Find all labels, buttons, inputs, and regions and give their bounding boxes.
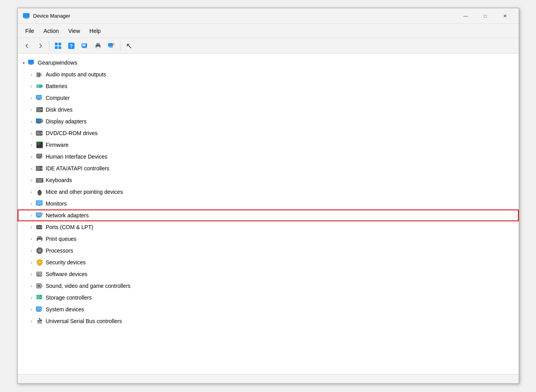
- svg-rect-87: [37, 217, 41, 218]
- chevron-system: ›: [29, 306, 35, 313]
- chevron-processors: ›: [29, 247, 35, 254]
- tree-item-ports[interactable]: › Ports (COM & LPT): [18, 221, 519, 233]
- tree-item-dvd[interactable]: › DVD/CD-ROM drives: [18, 127, 519, 139]
- menu-help[interactable]: Help: [85, 26, 105, 36]
- svg-point-136: [38, 323, 39, 324]
- dvd-label: DVD/CD-ROM drives: [46, 130, 98, 136]
- chevron-disk: ›: [29, 107, 35, 113]
- svg-rect-96: [38, 240, 42, 242]
- svg-rect-59: [37, 156, 41, 157]
- tree-item-system[interactable]: › System devices: [18, 303, 519, 315]
- dvd-icon: [36, 129, 44, 137]
- back-button[interactable]: [21, 40, 33, 52]
- svg-point-93: [41, 226, 42, 226]
- svg-point-45: [41, 132, 42, 134]
- tree-item-storage[interactable]: › Storage controllers: [18, 292, 519, 303]
- tree-item-disk[interactable]: › Disk drives: [18, 104, 519, 116]
- tree-item-ide[interactable]: › IDE ATA/ATAPI controllers: [18, 163, 519, 174]
- minimize-button[interactable]: —: [457, 10, 475, 22]
- tree-item-software[interactable]: › Software devices: [18, 268, 519, 280]
- device-manager-window: Device Manager — □ ✕ File Action View He…: [17, 8, 519, 384]
- chevron-storage: ›: [29, 294, 35, 301]
- print-icon: [36, 235, 44, 243]
- show-all-button[interactable]: [52, 40, 64, 52]
- tree-item-keyboards[interactable]: › Keyboards: [18, 174, 519, 186]
- svg-rect-15: [96, 47, 100, 49]
- ports-icon: [36, 223, 44, 231]
- menu-file[interactable]: File: [21, 26, 39, 36]
- svg-text:🔑: 🔑: [37, 260, 42, 265]
- content-area[interactable]: ▾ Gearupwindows › Au: [18, 54, 519, 374]
- svg-rect-54: [37, 145, 40, 145]
- svg-rect-69: [38, 179, 39, 179]
- firmware-label: Firmware: [46, 142, 69, 148]
- chevron-usb: ›: [29, 318, 35, 324]
- tree-item-print[interactable]: › Print queues: [18, 233, 519, 245]
- chevron-monitors: ›: [29, 201, 35, 207]
- help-button[interactable]: ?: [65, 40, 78, 52]
- ports-label: Ports (COM & LPT): [46, 224, 93, 230]
- device-manager-button[interactable]: [78, 40, 91, 52]
- system-label: System devices: [46, 306, 84, 313]
- tree-item-hid[interactable]: › Human Interface Devices: [18, 151, 519, 163]
- svg-rect-133: [40, 320, 42, 321]
- forward-button[interactable]: [34, 40, 47, 52]
- chevron-network: ›: [29, 212, 35, 219]
- svg-rect-125: [37, 295, 40, 296]
- software-label: Software devices: [46, 271, 88, 277]
- svg-rect-72: [36, 180, 38, 181]
- svg-rect-53: [40, 144, 40, 145]
- menu-bar: File Action View Help: [18, 24, 519, 38]
- svg-rect-48: [37, 143, 38, 143]
- menu-action[interactable]: Action: [39, 26, 64, 36]
- svg-rect-27: [37, 85, 39, 87]
- close-button[interactable]: ✕: [496, 10, 514, 22]
- chevron-computer: ›: [29, 95, 35, 101]
- tree-item-processors[interactable]: ›: [18, 245, 519, 257]
- maximize-button[interactable]: □: [476, 10, 494, 22]
- svg-rect-70: [40, 179, 41, 179]
- svg-rect-51: [37, 144, 38, 145]
- hid-icon: [36, 153, 44, 161]
- svg-rect-49: [38, 143, 39, 143]
- svg-rect-37: [37, 111, 40, 111]
- processor-icon: [36, 247, 44, 255]
- chevron-security: ›: [29, 259, 35, 266]
- svg-rect-4: [58, 43, 61, 45]
- svg-rect-18: [109, 47, 113, 48]
- tree-item-firmware[interactable]: › Firmware: [18, 139, 519, 151]
- tree-item-batteries[interactable]: › Batteries: [18, 80, 519, 92]
- tree-item-computer[interactable]: › Computer: [18, 92, 519, 104]
- tree-item-audio[interactable]: › Audio inputs and outputs: [18, 69, 519, 80]
- tree-item-monitors[interactable]: › Monitors: [18, 198, 519, 210]
- svg-point-90: [39, 227, 40, 228]
- svg-point-91: [40, 227, 42, 228]
- svg-rect-39: [36, 119, 41, 122]
- print-button[interactable]: [92, 40, 104, 52]
- svg-rect-26: [42, 85, 43, 87]
- toolbar: ? ↖: [18, 38, 519, 54]
- tree-item-security[interactable]: › 🔑 Security devices: [18, 257, 519, 268]
- svg-rect-50: [40, 143, 40, 143]
- software-icon: [36, 270, 44, 278]
- computer-icon: [36, 94, 44, 102]
- scan-button[interactable]: [105, 40, 118, 52]
- svg-rect-71: [41, 179, 42, 179]
- svg-point-124: [41, 298, 42, 299]
- toolbar-separator-1: [49, 41, 49, 51]
- tree-item-display[interactable]: › Display adapters: [18, 116, 519, 127]
- storage-label: Storage controllers: [46, 294, 92, 301]
- chevron-software: ›: [29, 271, 35, 277]
- tree-item-sound[interactable]: › Sound, video and game controllers: [18, 280, 519, 292]
- display-label: Display adapters: [46, 118, 87, 125]
- menu-view[interactable]: View: [64, 26, 85, 36]
- tree-item-mice[interactable]: › Mice and other pointing devices: [18, 186, 519, 198]
- chevron-hid: ›: [29, 154, 35, 160]
- tree-root[interactable]: ▾ Gearupwindows: [18, 57, 519, 69]
- svg-rect-12: [82, 44, 85, 46]
- chevron-dvd: ›: [29, 130, 35, 136]
- status-bar: [18, 374, 519, 383]
- root-icon: [28, 59, 36, 67]
- tree-item-network[interactable]: › Network adapters: [18, 210, 519, 221]
- tree-item-usb[interactable]: › Universal Serial Bus controllers: [18, 315, 519, 327]
